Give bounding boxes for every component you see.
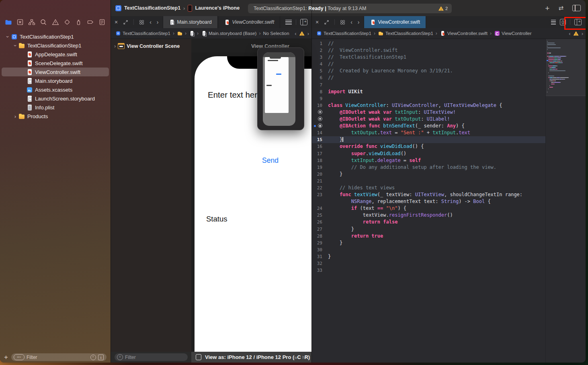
minimap[interactable] (545, 39, 586, 363)
device-bar[interactable]: View as: iPhone 12 / iPhone 12 Pro (wC h… (191, 352, 311, 363)
close-editor-icon[interactable]: × (316, 19, 319, 25)
warning-icon[interactable] (574, 31, 579, 36)
code-line[interactable]: @IBOutlet weak var txtOutput: UILabel! (312, 116, 546, 123)
forward-icon[interactable]: › (358, 19, 360, 25)
project-navigator-icon[interactable] (5, 18, 12, 26)
file-row[interactable]: ›TextClassificationStep1 (2, 32, 109, 41)
forward-icon[interactable]: › (157, 19, 159, 25)
adjust-editor-icon[interactable] (285, 20, 292, 25)
code-line[interactable]: 22 // hides text views (312, 185, 546, 191)
report-navigator-icon[interactable] (98, 18, 106, 26)
code-line[interactable]: 1// (312, 40, 546, 47)
source-control-navigator-icon[interactable] (16, 18, 24, 26)
code-line[interactable]: 17 super.viewDidLoad() (312, 150, 546, 157)
related-items-icon[interactable] (340, 20, 345, 25)
code-line[interactable]: 33 (312, 267, 546, 274)
focus-editor-icon[interactable] (324, 20, 329, 25)
close-editor-icon[interactable]: × (115, 19, 118, 25)
tab-main-storyboard[interactable]: Main.storyboard (163, 16, 218, 28)
status-label[interactable]: Status (206, 215, 227, 224)
code-line[interactable]: 32 (312, 260, 546, 267)
code-line[interactable]: 8import UIKit (312, 88, 546, 95)
code-line[interactable]: 4// (312, 61, 546, 68)
code-line[interactable]: 10class ViewController: UIViewController… (312, 102, 546, 109)
code-line[interactable]: 18 txtInput.delegate = self (312, 157, 546, 164)
breakpoint-navigator-icon[interactable] (87, 18, 94, 26)
breadcrumb-item[interactable] (177, 31, 182, 36)
code-line[interactable]: 25 textView.resignFirstResponder() (312, 212, 546, 219)
warning-count[interactable]: 2 (445, 6, 448, 11)
disclosure-chevron-icon[interactable]: › (114, 43, 116, 49)
code-line[interactable]: 20 } (312, 171, 546, 178)
view-controller-scene-row[interactable]: › View Controller Scene (114, 43, 191, 49)
breadcrumb-item[interactable]: TextClassificationStep1 (378, 31, 433, 36)
code-line[interactable]: 15 } (312, 136, 546, 143)
next-issue-icon[interactable]: › (582, 31, 583, 37)
code-line[interactable]: @IBOutlet weak var txtInput: UITextView! (312, 109, 546, 116)
code-line[interactable]: 6// (312, 74, 546, 81)
library-plus-icon[interactable]: + (545, 4, 549, 12)
breadcrumb-item[interactable]: ViewController (494, 31, 532, 36)
source-editor[interactable]: 1//2// ViewController.swift3// TextClass… (312, 39, 586, 363)
file-row[interactable]: ›SceneDelegate.swift (2, 59, 109, 68)
focus-editor-icon[interactable] (123, 20, 128, 25)
code-line[interactable]: 14 txtOutput.text = "Sent :" + txtInput.… (312, 129, 546, 136)
pane-divider[interactable] (311, 0, 312, 363)
code-line[interactable]: 26 return false (312, 219, 546, 226)
warning-icon[interactable] (299, 31, 305, 36)
file-row[interactable]: ›Main.storyboard (2, 76, 109, 85)
breadcrumb-item[interactable]: ViewController.swift (440, 31, 488, 36)
back-icon[interactable]: ‹ (150, 19, 152, 25)
recent-files-icon[interactable] (90, 355, 96, 360)
code-line[interactable]: 16 override func viewDidLoad() { (312, 143, 546, 150)
code-line[interactable]: 31} (312, 253, 546, 260)
code-line[interactable]: @IBAction func btnSendText(_ sender: Any… (312, 123, 546, 129)
breadcrumb-item[interactable] (189, 31, 195, 36)
file-row[interactable]: ›Info.plist (2, 103, 109, 112)
breadcrumb-item[interactable]: Main.storyboard (Base) (201, 31, 257, 36)
next-issue-icon[interactable]: › (307, 31, 309, 37)
outline-filter-field[interactable]: ≡ Filter (115, 353, 188, 361)
text-view-placeholder[interactable]: Enter text here (208, 90, 262, 100)
code-line[interactable]: 9 (312, 95, 546, 102)
file-row[interactable]: ›ViewController.swift (2, 68, 109, 76)
related-items-icon[interactable] (139, 20, 144, 25)
pane-divider[interactable] (111, 0, 111, 363)
file-row[interactable]: ›TextClassificationStep1 (2, 41, 109, 50)
code-line[interactable]: 3// TextClassificationStep1 (312, 54, 546, 61)
code-line[interactable]: 7 (312, 82, 546, 88)
prev-issue-icon[interactable]: ‹ (295, 31, 296, 37)
code-line[interactable]: 29 } (312, 240, 546, 246)
file-row[interactable]: ›Assets.xcassets (2, 85, 109, 94)
tab-viewcontroller-swift[interactable]: ViewController.swift (364, 16, 426, 28)
code-line[interactable]: 27 } (312, 226, 546, 233)
code-line[interactable]: 2// ViewController.swift (312, 47, 546, 54)
breadcrumb-item[interactable]: TextClassificationStep1 (115, 31, 170, 36)
symbol-navigator-icon[interactable] (28, 18, 35, 26)
code-line[interactable]: 24 if (text == "\n") { (312, 205, 546, 212)
debug-navigator-icon[interactable] (75, 18, 82, 26)
file-row[interactable]: ›AppDelegate.swift (2, 50, 109, 59)
find-navigator-icon[interactable] (40, 18, 47, 26)
code-line[interactable]: 28 return true (312, 233, 546, 240)
sourcecontrol-filter-icon[interactable]: ± (98, 355, 104, 360)
tab-viewcontroller-preview[interactable]: ViewController.swift (218, 16, 281, 28)
toggle-inspector-icon[interactable] (572, 5, 581, 11)
scheme-name[interactable]: TextClassificationStep1 (124, 5, 180, 11)
code-review-icon[interactable]: ⇄ (558, 4, 563, 12)
prev-issue-icon[interactable]: ‹ (569, 31, 570, 37)
code-line[interactable]: 30 (312, 246, 546, 253)
add-file-button[interactable]: + (4, 353, 8, 361)
test-navigator-icon[interactable] (64, 18, 71, 26)
issue-navigator-icon[interactable] (52, 18, 59, 26)
send-button[interactable]: Send (262, 156, 279, 165)
navigator-filter-field[interactable]: ≡˅ Filter ± (11, 353, 107, 361)
code-line[interactable]: 21 (312, 178, 546, 185)
code-line[interactable]: NSRange, replacementText text: String) -… (312, 198, 546, 205)
code-line[interactable]: 23 func textView(_ textView: UITextView,… (312, 191, 546, 198)
file-row[interactable]: ›Products (2, 112, 109, 121)
run-destination[interactable]: Laurence's iPhone (195, 5, 240, 11)
disclosure-chevron-icon[interactable]: › (12, 113, 18, 119)
screenshot-drag-preview[interactable] (257, 47, 304, 130)
add-editor-icon[interactable] (300, 19, 307, 25)
